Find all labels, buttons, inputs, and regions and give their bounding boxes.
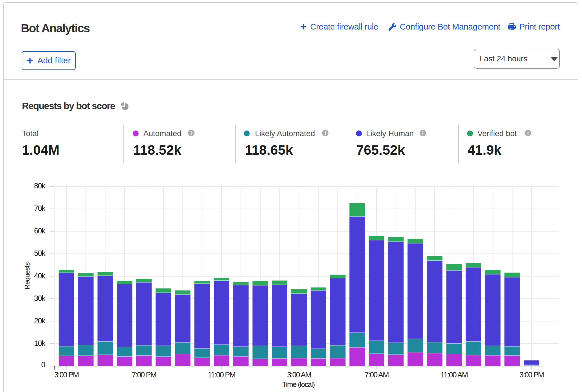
svg-text:50k: 50k [34,249,46,258]
svg-text:20k: 20k [34,317,46,325]
svg-text:0: 0 [41,361,45,369]
svg-text:70k: 70k [34,204,46,213]
svg-text:80k: 80k [34,182,46,190]
svg-text:40k: 40k [34,272,46,280]
svg-text:3:00 AM: 3:00 AM [287,371,311,379]
svg-text:3:00 PM: 3:00 PM [54,371,79,379]
svg-text:Time (local): Time (local) [282,380,315,389]
svg-text:11:00 AM: 11:00 AM [441,371,468,379]
svg-text:3:00 PM: 3:00 PM [519,371,544,379]
svg-text:Requests: Requests [23,262,31,289]
svg-text:7:00 PM: 7:00 PM [132,371,156,379]
svg-text:11:00 PM: 11:00 PM [208,371,235,379]
svg-text:30k: 30k [34,294,46,303]
svg-text:7:00 AM: 7:00 AM [365,371,389,379]
svg-text:60k: 60k [34,227,46,235]
svg-text:10k: 10k [34,339,46,348]
